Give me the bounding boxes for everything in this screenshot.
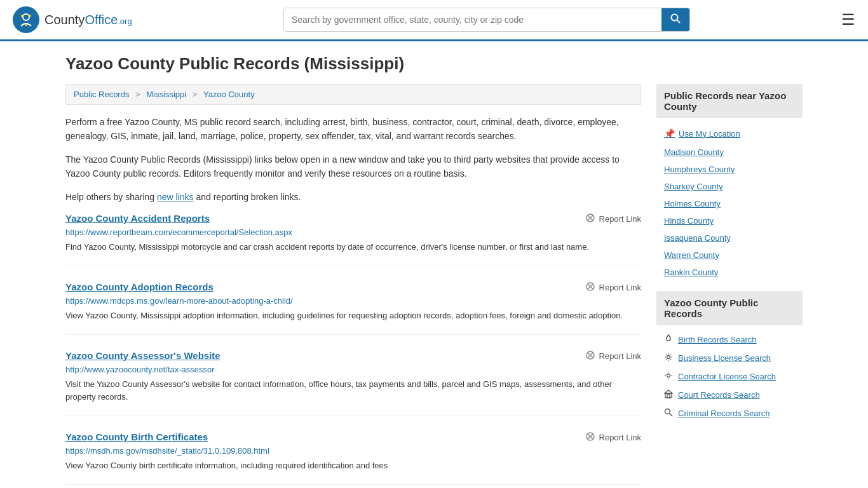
- record-title-2[interactable]: Yazoo County Assessor's Website: [65, 350, 220, 361]
- use-location-link[interactable]: 📌 Use My Location: [656, 123, 803, 144]
- description-3-prefix: Help others by sharing: [65, 192, 157, 202]
- sidebar-county-1[interactable]: Humphreys County: [656, 161, 803, 178]
- breadcrumb-mississippi[interactable]: Mississippi: [146, 90, 186, 99]
- record-header-1: Yazoo County Adoption Records Report Lin…: [65, 281, 641, 294]
- sidebar-county-2[interactable]: Sharkey County: [656, 178, 803, 195]
- record-desc-1: View Yazoo County, Mississippi adoption …: [65, 309, 641, 323]
- svg-line-25: [670, 414, 673, 417]
- sidebar-public-record-0[interactable]: Birth Records Search: [656, 330, 803, 349]
- new-links-link[interactable]: new links: [157, 192, 194, 202]
- sidebar-public-record-4[interactable]: Criminal Records Search: [656, 404, 803, 423]
- sidebar-public-record-1[interactable]: Business License Search: [656, 349, 803, 367]
- sidebar: Public Records near Yazoo County 📌 Use M…: [656, 84, 803, 488]
- sidebar-pr-label-1: Business License Search: [678, 353, 771, 363]
- svg-rect-23: [667, 395, 670, 398]
- record-title-1[interactable]: Yazoo County Adoption Records: [65, 281, 214, 292]
- sidebar-section1-title: Public Records near Yazoo County: [656, 84, 803, 118]
- county-label-3: Holmes County: [664, 199, 721, 208]
- site-header: CountyOffice.org ☰: [0, 0, 868, 41]
- county-label-2: Sharkey County: [664, 182, 723, 191]
- description-1: Perform a free Yazoo County, MS public r…: [65, 115, 641, 144]
- sidebar-pr-label-0: Birth Records Search: [678, 335, 757, 344]
- use-location-label: Use My Location: [679, 129, 740, 139]
- sidebar-county-6[interactable]: Warren County: [656, 247, 803, 264]
- report-icon-1: [585, 281, 595, 294]
- breadcrumb-public-records[interactable]: Public Records: [74, 90, 129, 99]
- svg-point-2: [21, 15, 24, 17]
- report-link-3[interactable]: Report Link: [585, 431, 641, 444]
- county-label-1: Humphreys County: [664, 165, 735, 174]
- record-title-3[interactable]: Yazoo County Birth Certificates: [65, 431, 208, 442]
- report-icon-2: [585, 350, 595, 362]
- record-desc-2: Visit the Yazoo County Assessor's websit…: [65, 378, 641, 405]
- record-desc-0: Find Yazoo County, Mississippi motorcycl…: [65, 241, 641, 254]
- record-entry: Yazoo County Accident Reports Report Lin…: [65, 213, 641, 266]
- sidebar-pr-icon-4: [664, 408, 673, 419]
- record-title-0[interactable]: Yazoo County Accident Reports: [65, 213, 210, 224]
- public-records-links-list: Birth Records Search Business License Se…: [656, 330, 803, 423]
- report-icon-0: [585, 213, 595, 225]
- sidebar-public-record-3[interactable]: Court Records Search: [656, 386, 803, 404]
- breadcrumb-sep1: >: [135, 90, 142, 99]
- sidebar-public-record-2[interactable]: Contractor License Search: [656, 367, 803, 386]
- sidebar-county-7[interactable]: Rankin County: [656, 264, 803, 281]
- record-entry: Yazoo County Birth Certificates Report L…: [65, 431, 641, 485]
- record-url-1[interactable]: https://www.mdcps.ms.gov/learn-more-abou…: [65, 296, 641, 306]
- menu-button[interactable]: ☰: [841, 11, 855, 29]
- sidebar-pr-icon-1: [664, 353, 673, 363]
- search-input[interactable]: [284, 8, 661, 31]
- sidebar-pr-label-2: Contractor License Search: [678, 372, 776, 381]
- report-link-label-3: Report Link: [599, 433, 641, 442]
- county-label-6: Warren County: [664, 250, 719, 260]
- search-area: [283, 8, 690, 32]
- svg-rect-21: [665, 393, 672, 398]
- sidebar-county-4[interactable]: Hinds County: [656, 212, 803, 229]
- sidebar-county-3[interactable]: Holmes County: [656, 195, 803, 212]
- page-title: Yazoo County Public Records (Mississippi…: [65, 54, 803, 74]
- description-2: The Yazoo County Public Records (Mississ…: [65, 152, 641, 181]
- report-link-2[interactable]: Report Link: [585, 350, 641, 362]
- breadcrumb: Public Records > Mississippi > Yazoo Cou…: [65, 84, 641, 105]
- svg-point-20: [667, 374, 670, 377]
- record-header-2: Yazoo County Assessor's Website Report L…: [65, 350, 641, 362]
- sidebar-pr-icon-2: [664, 371, 673, 382]
- logo-icon: [13, 6, 39, 33]
- report-link-label-0: Report Link: [599, 214, 641, 224]
- nearby-counties-list: Madison CountyHumphreys CountySharkey Co…: [656, 144, 803, 281]
- sidebar-county-5[interactable]: Issaquena County: [656, 229, 803, 247]
- sidebar-pr-label-4: Criminal Records Search: [678, 409, 770, 418]
- county-label-5: Issaquena County: [664, 233, 731, 243]
- svg-marker-22: [665, 390, 672, 393]
- sidebar-pr-icon-3: [664, 390, 673, 400]
- svg-point-5: [671, 15, 677, 21]
- search-button[interactable]: [661, 8, 689, 31]
- search-box: [283, 8, 690, 32]
- svg-point-24: [665, 409, 670, 414]
- breadcrumb-yazoo[interactable]: Yazoo County: [203, 90, 255, 99]
- sidebar-county-0[interactable]: Madison County: [656, 144, 803, 161]
- report-icon-3: [585, 431, 595, 444]
- main-content: Public Records > Mississippi > Yazoo Cou…: [65, 84, 641, 488]
- report-link-0[interactable]: Report Link: [585, 213, 641, 225]
- record-url-0[interactable]: https://www.reportbeam.com/ecommerceport…: [65, 227, 641, 237]
- county-label-4: Hinds County: [664, 216, 714, 226]
- description-3-suffix: and reporting broken links.: [194, 192, 301, 202]
- location-pin-icon: 📌: [664, 128, 675, 139]
- record-desc-3: View Yazoo County birth certificate info…: [65, 459, 641, 473]
- county-label-0: Madison County: [664, 147, 724, 157]
- record-url-2[interactable]: http://www.yazoocounty.net/tax-assessor: [65, 365, 641, 374]
- sidebar-section2: Yazoo County Public Records Birth Record…: [656, 291, 803, 423]
- record-url-3[interactable]: https://msdh.ms.gov/msdhsite/_static/31,…: [65, 446, 641, 456]
- sidebar-section2-title: Yazoo County Public Records: [656, 291, 803, 325]
- report-link-1[interactable]: Report Link: [585, 281, 641, 294]
- description-3: Help others by sharing new links and rep…: [65, 190, 641, 204]
- records-container: Yazoo County Accident Reports Report Lin…: [65, 213, 641, 485]
- record-entry: Yazoo County Adoption Records Report Lin…: [65, 281, 641, 335]
- svg-line-6: [677, 20, 680, 24]
- record-entry: Yazoo County Assessor's Website Report L…: [65, 350, 641, 417]
- record-header-0: Yazoo County Accident Reports Report Lin…: [65, 213, 641, 225]
- svg-point-19: [667, 356, 670, 359]
- sidebar-pr-label-3: Court Records Search: [678, 390, 760, 400]
- svg-point-3: [29, 15, 31, 17]
- record-header-3: Yazoo County Birth Certificates Report L…: [65, 431, 641, 444]
